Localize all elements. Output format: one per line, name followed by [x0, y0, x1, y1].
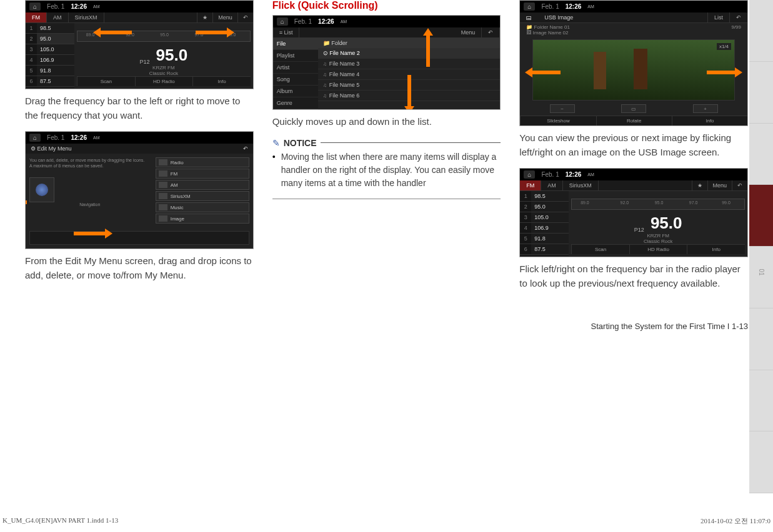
- preset-list: 198.5 295.0 3105.0 4106.9 591.8 687.5: [26, 23, 74, 89]
- back-icon[interactable]: ↶: [729, 12, 747, 22]
- notice-header: ✎ NOTICE: [272, 138, 501, 148]
- flick-right-arrow: [707, 69, 742, 76]
- menu-item-image[interactable]: Image: [156, 214, 249, 224]
- caption-radio-flick: Flick left/right on the frequency bar in…: [519, 262, 748, 290]
- flick-up-arrow: [425, 28, 431, 67]
- menu-button[interactable]: Menu: [212, 12, 237, 22]
- zoom-fit-button[interactable]: ▭: [621, 104, 646, 113]
- cat-playlist[interactable]: Playlist: [273, 50, 318, 62]
- cat-song[interactable]: Song: [273, 74, 318, 86]
- zoom-in-button[interactable]: +: [693, 104, 718, 113]
- status-date: Feb. 1: [47, 3, 64, 10]
- back-icon[interactable]: ↶: [482, 27, 500, 37]
- status-ampm: AM: [93, 4, 100, 9]
- tab-am[interactable]: AM: [541, 180, 563, 190]
- menu-item-am[interactable]: AM: [156, 180, 249, 190]
- tab-fm[interactable]: FM: [26, 12, 47, 22]
- music-icon: ♫: [323, 61, 327, 67]
- home-icon[interactable]: ⌂: [524, 2, 535, 11]
- menu-item-fm[interactable]: FM: [156, 169, 249, 179]
- usb-icon: 🖴: [520, 12, 538, 22]
- tray-arrow: [74, 230, 112, 237]
- caption-flick-list: Quickly moves up and down in the list.: [272, 115, 501, 129]
- frequency-bar[interactable]: 89.0 92.0 95.0 97.0 99.0: [571, 199, 745, 210]
- list-button[interactable]: ≡ List: [273, 27, 300, 37]
- caption-drag-frequency: Drag the frequency bar to the left or ri…: [25, 94, 254, 122]
- drop-tray[interactable]: [29, 231, 249, 245]
- folder-header[interactable]: 📁 Folder: [318, 38, 501, 48]
- drag-music-arrow: [25, 199, 27, 205]
- music-icon: ♫: [323, 72, 327, 77]
- column-1: ⌂ Feb. 1 12:26 AM FM AM SiriusXM ★ Menu …: [25, 0, 254, 331]
- notice-body: • Moving the list when there are many it…: [272, 150, 501, 199]
- star-icon[interactable]: ★: [197, 12, 212, 22]
- gear-icon: ⚙: [31, 145, 36, 152]
- rotate-button[interactable]: Rotate: [596, 116, 672, 126]
- folder-name-label: 📁 Folder Name 01: [526, 24, 570, 30]
- back-icon[interactable]: ↶: [243, 145, 248, 152]
- image-name-label: 🖼 Image Name 02: [526, 30, 570, 36]
- notice-icon: ✎: [272, 138, 280, 148]
- preset-number: P12: [140, 59, 150, 65]
- notice-title: NOTICE: [284, 138, 317, 148]
- menu-button[interactable]: Menu: [455, 27, 482, 37]
- hdradio-button[interactable]: HD Radio: [629, 245, 687, 254]
- list-item[interactable]: ⊙ File Name 2: [318, 48, 501, 59]
- menu-item-radio[interactable]: Radio: [156, 157, 249, 167]
- drag-right-arrow: [196, 29, 234, 36]
- info-button[interactable]: Info: [672, 116, 747, 126]
- menu-items-panel: Radio FM AM SiriusXM Music Image: [156, 157, 249, 225]
- music-icon: ♫: [323, 82, 327, 88]
- star-icon[interactable]: ★: [692, 180, 707, 190]
- caption-usb-image: You can view the previous or next image …: [519, 131, 748, 159]
- menu-item-music[interactable]: Music: [156, 202, 249, 212]
- back-icon[interactable]: ↶: [732, 180, 747, 190]
- tab-siriusxm[interactable]: SiriusXM: [69, 12, 104, 22]
- slideshow-button[interactable]: Slideshow: [520, 116, 596, 126]
- scan-button[interactable]: Scan: [77, 77, 135, 86]
- home-icon[interactable]: ⌂: [29, 2, 41, 11]
- station-genre: Classic Rock: [77, 71, 251, 76]
- side-tab-number: 01: [758, 268, 765, 292]
- navigation-icon[interactable]: [29, 177, 54, 202]
- cat-file[interactable]: File: [273, 38, 318, 50]
- list-item[interactable]: ♫File Name 3: [318, 59, 501, 69]
- info-button[interactable]: Info: [192, 77, 251, 86]
- scan-button[interactable]: Scan: [571, 245, 629, 254]
- image-count: 9/99: [731, 24, 741, 36]
- tab-am[interactable]: AM: [47, 12, 69, 22]
- menu-button[interactable]: Menu: [707, 180, 732, 190]
- page-footer-title: Starting the System for the First Time I…: [519, 322, 748, 331]
- doc-footer-left: K_UM_G4.0[EN]AVN PART 1.indd 1-13: [2, 516, 118, 526]
- screenshot-flick-list: ⌂ Feb. 1 12:26 AM ≡ List Menu ↶ File Pla…: [272, 15, 501, 110]
- zoom-out-button[interactable]: −: [550, 104, 575, 113]
- home-icon[interactable]: ⌂: [29, 134, 41, 142]
- station-name: KRZR FM: [77, 65, 251, 71]
- screen-title: ⚙ Edit My Menu ↶: [26, 144, 253, 154]
- list-button[interactable]: List: [707, 12, 729, 22]
- cat-album[interactable]: Album: [273, 86, 318, 97]
- hdradio-button[interactable]: HD Radio: [135, 77, 193, 86]
- flick-down-arrow: [406, 75, 412, 110]
- drag-left-arrow: [93, 29, 132, 36]
- column-3: ⌂ Feb. 1 12:26 AM 🖴 USB Image List ↶ 📁 F…: [519, 0, 748, 331]
- screenshot-usb-image: ⌂ Feb. 1 12:26 AM 🖴 USB Image List ↶ 📁 F…: [519, 0, 748, 126]
- zoom-label: x1/4: [717, 43, 731, 50]
- image-viewport[interactable]: [532, 39, 735, 101]
- home-icon[interactable]: ⌂: [524, 170, 535, 179]
- tab-fm[interactable]: FM: [520, 180, 541, 190]
- doc-footer-right: 2014-10-02 오전 11:07:0: [701, 516, 771, 526]
- play-icon: ⊙: [323, 50, 328, 56]
- home-icon[interactable]: ⌂: [277, 17, 288, 26]
- menu-item-siriusxm[interactable]: SiriusXM: [156, 191, 249, 201]
- screenshot-radio-flick: ⌂ Feb. 1 12:26 AM FM AM SiriusXM ★ Menu …: [519, 168, 748, 257]
- music-icon: ♫: [323, 93, 327, 99]
- back-icon[interactable]: ↶: [237, 12, 253, 22]
- caption-edit-menu: From the Edit My Menu screen, drag and d…: [25, 254, 254, 282]
- section-heading-flick: Flick (Quick Scrolling): [272, 0, 501, 11]
- tab-siriusxm[interactable]: SiriusXM: [563, 180, 599, 190]
- screenshot-edit-menu: ⌂ Feb. 1 12:26 AM ⚙ Edit My Menu ↶ You c…: [25, 131, 254, 249]
- cat-artist[interactable]: Artist: [273, 62, 318, 74]
- cat-genre[interactable]: Genre: [273, 97, 318, 109]
- info-button[interactable]: Info: [687, 245, 745, 254]
